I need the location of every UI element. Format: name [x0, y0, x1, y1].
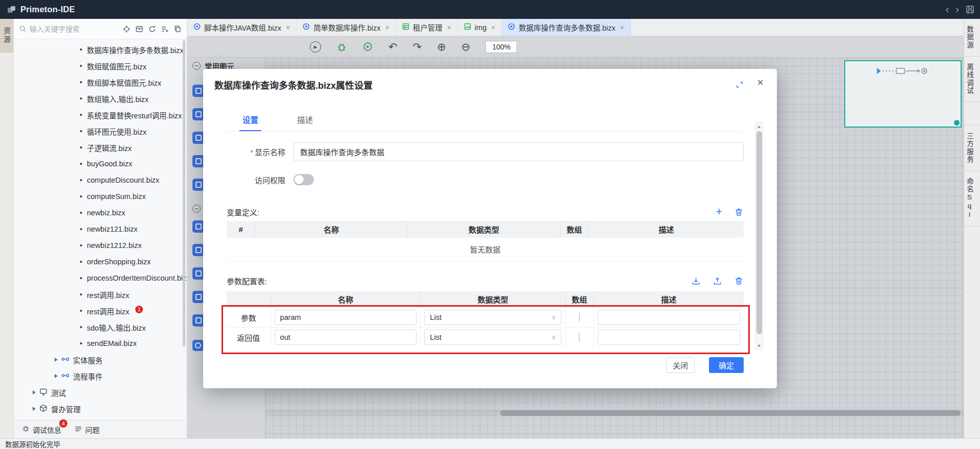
close-icon[interactable]: × [757, 76, 764, 89]
tree-item-label: 数据库操作查询多条数据.bizx [87, 44, 183, 55]
param-array-checkbox[interactable] [579, 313, 580, 322]
tree-item-label: 循环图元使用.bizx [87, 126, 146, 137]
tree-item[interactable]: •newbiz1212.bizx [14, 237, 187, 254]
tab-description[interactable]: 描述 [297, 114, 313, 131]
scroll-up-icon[interactable]: ▲ [755, 122, 763, 130]
run-icon[interactable]: ▸ [310, 41, 321, 53]
tree-item[interactable]: •数组脚本赋值图元.bizx [14, 74, 187, 90]
tree-item[interactable]: •数组赋值图元.bizx [14, 58, 187, 74]
deploy-icon[interactable] [362, 41, 373, 52]
refresh-icon[interactable] [148, 25, 156, 33]
sidebar-scrollbar[interactable] [183, 40, 185, 346]
tree-item[interactable]: •computeSum.bizx [14, 188, 187, 205]
tab-close-icon[interactable]: × [491, 23, 495, 32]
tab-close-icon[interactable]: × [620, 23, 624, 32]
tree-item[interactable]: •sendEMail.bizx [14, 335, 187, 352]
tree-item-label: rest调用.bizx [87, 306, 129, 316]
editor-tab[interactable]: 脚本操作JAVA数组.bizx × [187, 19, 297, 36]
tree-item[interactable]: •processOrderItemDiscount.bizx [14, 270, 187, 286]
bizx-icon [303, 23, 310, 32]
tree-item-label: 数组脚本赋值图元.bizx [87, 77, 161, 88]
maximize-icon[interactable] [735, 80, 744, 89]
tab-close-icon[interactable]: × [385, 23, 389, 32]
param-row-label: 返回值 [227, 328, 271, 347]
locate-icon[interactable] [122, 25, 131, 33]
modal-scrollbar-thumb[interactable] [756, 131, 762, 334]
save-icon[interactable] [965, 5, 975, 14]
variables-section-row: 变量定义: + [227, 206, 744, 217]
bullet-icon: • [80, 143, 82, 151]
param-desc-input[interactable] [598, 310, 740, 325]
zoom-out-icon[interactable]: ⊖ [461, 41, 471, 52]
import-icon[interactable] [691, 276, 701, 286]
tree-item[interactable]: •newbiz121.bizx [14, 221, 187, 237]
editor-tab[interactable]: 租户管理 × [396, 19, 458, 36]
ok-button[interactable]: 确定 [709, 357, 744, 373]
undo-icon[interactable]: ↶ [388, 41, 398, 52]
list-settings-icon[interactable] [161, 25, 169, 33]
debug-info-tab[interactable]: 调试信息 4 [22, 425, 61, 435]
properties-modal: 数据库操作查询多条数据.bizx属性设置 × 设置 描述 *显示名称 访问权限 … [203, 69, 777, 388]
var-col-index: # [227, 221, 255, 238]
redo-icon[interactable]: ↷ [413, 41, 422, 52]
tree-item[interactable]: •子逻辑流.bizx [14, 139, 187, 156]
param-name-input[interactable] [275, 310, 417, 325]
return-type-select[interactable]: List ∨ [424, 330, 561, 345]
return-desc-input[interactable] [598, 330, 740, 345]
return-array-checkbox[interactable] [579, 333, 580, 342]
third-party-services-tab[interactable]: 三方服务 [964, 126, 980, 171]
tree-item[interactable]: •数据库操作查询多条数据.bizx [14, 41, 187, 58]
access-toggle[interactable] [293, 174, 314, 185]
tree-item[interactable]: •newbiz.bizx [14, 205, 187, 221]
tree-item[interactable]: •rest调用.bizx [14, 286, 187, 303]
offline-debug-tab[interactable]: 离线调试 [964, 57, 980, 102]
strip-spacer [964, 102, 980, 126]
tab-close-icon[interactable]: × [447, 23, 451, 32]
tree-group-entity-services[interactable]: 实体服务 [14, 352, 187, 368]
copy-icon[interactable] [174, 25, 182, 33]
tab-close-icon[interactable]: × [286, 23, 290, 32]
tree-root-test[interactable]: 测试 [14, 384, 187, 401]
editor-tab-label: img [475, 23, 486, 32]
tree-item[interactable]: •orderShopping.bizx [14, 254, 187, 270]
delete-param-icon[interactable] [734, 276, 744, 286]
tree-item[interactable]: •循环图元使用.bizx [14, 123, 187, 139]
bullet-icon: • [80, 94, 82, 102]
minimap-resize-handle[interactable] [954, 120, 960, 126]
editor-tab[interactable]: 简单数据库操作.bizx × [297, 19, 396, 36]
tree-group-flow-events[interactable]: 流程事件 [14, 368, 187, 384]
horizontal-scrollbar-thumb[interactable] [500, 410, 961, 416]
resources-tab[interactable]: 资源 [0, 19, 13, 53]
editor-tab-active[interactable]: 数据库操作查询多条数据.bizx × [502, 19, 631, 36]
nav-forward-icon[interactable]: › [955, 4, 959, 15]
zoom-in-icon[interactable]: ⊕ [437, 41, 446, 52]
param-type-select[interactable]: List ∨ [424, 310, 561, 325]
datasource-tab[interactable]: 数据源 [964, 19, 980, 57]
named-sql-tab[interactable]: 命名Sql [964, 171, 980, 227]
delete-variable-icon[interactable] [734, 207, 744, 217]
tree-item[interactable]: •buyGood.bizx [14, 156, 187, 172]
add-variable-icon[interactable]: + [716, 206, 722, 217]
scroll-down-icon[interactable]: ▼ [755, 342, 763, 350]
display-name-input[interactable] [293, 142, 744, 161]
debug-icon[interactable] [336, 41, 347, 52]
tree-item-label: rest调用.bizx [87, 289, 129, 300]
nav-back-icon[interactable]: ‹ [945, 4, 949, 15]
archive-icon[interactable] [135, 25, 143, 33]
tree-item[interactable]: •sdo输入,输出.bizx [14, 319, 187, 335]
issues-tab[interactable]: 问题 [75, 425, 100, 435]
tree-item[interactable]: •系统变量替换resturl调用.bizx [14, 107, 187, 123]
close-button[interactable]: 关闭 [666, 357, 695, 373]
tree-item[interactable]: •数组输入,输出.bizx [14, 90, 187, 107]
tree-root-supervise[interactable]: 督办管理 [14, 401, 187, 417]
tab-settings[interactable]: 设置 [242, 114, 258, 131]
editor-tab[interactable]: img × [458, 19, 502, 36]
zoom-level[interactable]: 100% [485, 41, 517, 53]
return-type-value: List [430, 333, 442, 341]
tree-item[interactable]: •rest调用.bizx1 [14, 303, 187, 319]
return-name-input[interactable] [275, 330, 417, 345]
tree-item[interactable]: •computeDiscount.bizx [14, 172, 187, 188]
export-icon[interactable] [713, 276, 722, 286]
param-row-input: 参数 List ∨ [227, 308, 744, 328]
search-input[interactable] [30, 25, 119, 33]
